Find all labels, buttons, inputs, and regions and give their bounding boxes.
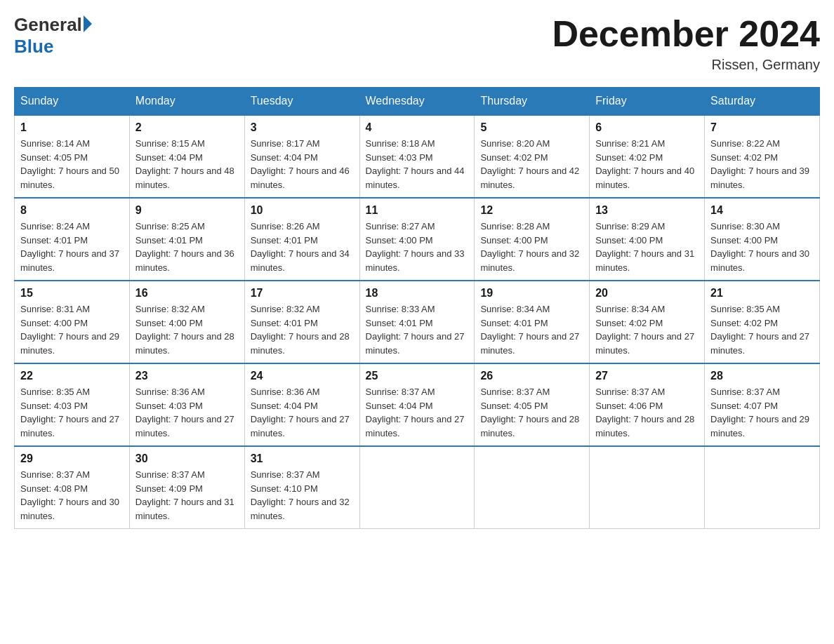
day-info: Sunrise: 8:17 AMSunset: 4:04 PMDaylight:… [251,137,354,192]
logo-blue-text: Blue [14,36,53,58]
logo-triangle-icon [84,15,92,32]
day-number: 6 [595,121,699,134]
day-number: 18 [366,287,469,300]
day-info: Sunrise: 8:30 AMSunset: 4:00 PMDaylight:… [710,220,814,274]
calendar-cell: 16Sunrise: 8:32 AMSunset: 4:00 PMDayligh… [129,281,244,363]
day-info: Sunrise: 8:34 AMSunset: 4:01 PMDaylight:… [480,302,583,357]
day-number: 27 [595,370,699,382]
week-row-1: 1Sunrise: 8:14 AMSunset: 4:05 PMDaylight… [15,115,820,198]
day-number: 22 [20,370,124,382]
calendar-cell: 3Sunrise: 8:17 AMSunset: 4:04 PMDaylight… [244,115,359,198]
day-number: 20 [595,287,699,300]
day-info: Sunrise: 8:28 AMSunset: 4:00 PMDaylight:… [480,220,583,274]
day-number: 26 [480,370,583,382]
day-info: Sunrise: 8:36 AMSunset: 4:03 PMDaylight:… [135,385,239,440]
day-info: Sunrise: 8:35 AMSunset: 4:02 PMDaylight:… [710,302,814,357]
calendar-cell: 7Sunrise: 8:22 AMSunset: 4:02 PMDaylight… [705,115,820,198]
day-number: 14 [710,204,814,217]
day-info: Sunrise: 8:37 AMSunset: 4:04 PMDaylight:… [366,385,469,440]
calendar-cell [705,446,820,529]
day-info: Sunrise: 8:21 AMSunset: 4:02 PMDaylight:… [595,137,699,192]
calendar-cell: 25Sunrise: 8:37 AMSunset: 4:04 PMDayligh… [359,363,475,446]
day-number: 10 [251,204,354,217]
calendar-cell: 12Sunrise: 8:28 AMSunset: 4:00 PMDayligh… [475,198,590,281]
weekday-header-thursday: Thursday [475,88,590,116]
calendar-cell: 1Sunrise: 8:14 AMSunset: 4:05 PMDaylight… [15,115,130,198]
day-info: Sunrise: 8:37 AMSunset: 4:08 PMDaylight:… [20,468,124,523]
day-info: Sunrise: 8:29 AMSunset: 4:00 PMDaylight:… [595,220,699,274]
day-number: 31 [251,452,354,465]
calendar-cell [590,446,705,529]
day-info: Sunrise: 8:22 AMSunset: 4:02 PMDaylight:… [710,137,814,192]
calendar-cell [475,446,590,529]
day-info: Sunrise: 8:26 AMSunset: 4:01 PMDaylight:… [251,220,354,274]
day-info: Sunrise: 8:35 AMSunset: 4:03 PMDaylight:… [20,385,124,440]
calendar-cell: 2Sunrise: 8:15 AMSunset: 4:04 PMDaylight… [129,115,244,198]
day-number: 28 [710,370,814,382]
calendar-cell: 11Sunrise: 8:27 AMSunset: 4:00 PMDayligh… [359,198,475,281]
day-number: 11 [366,204,469,217]
day-info: Sunrise: 8:37 AMSunset: 4:10 PMDaylight:… [251,468,354,523]
day-number: 21 [710,287,814,300]
location-text: Rissen, Germany [552,57,820,73]
calendar-cell: 18Sunrise: 8:33 AMSunset: 4:01 PMDayligh… [359,281,475,363]
calendar-cell: 28Sunrise: 8:37 AMSunset: 4:07 PMDayligh… [705,363,820,446]
day-info: Sunrise: 8:24 AMSunset: 4:01 PMDaylight:… [20,220,124,274]
calendar-cell: 30Sunrise: 8:37 AMSunset: 4:09 PMDayligh… [129,446,244,529]
day-number: 16 [135,287,239,300]
weekday-header-wednesday: Wednesday [359,88,475,116]
week-row-3: 15Sunrise: 8:31 AMSunset: 4:00 PMDayligh… [15,281,820,363]
day-number: 5 [480,121,583,134]
week-row-2: 8Sunrise: 8:24 AMSunset: 4:01 PMDaylight… [15,198,820,281]
day-number: 15 [20,287,124,300]
day-info: Sunrise: 8:36 AMSunset: 4:04 PMDaylight:… [251,385,354,440]
calendar-cell: 8Sunrise: 8:24 AMSunset: 4:01 PMDaylight… [15,198,130,281]
month-title: December 2024 [552,14,820,54]
week-row-5: 29Sunrise: 8:37 AMSunset: 4:08 PMDayligh… [15,446,820,529]
calendar-cell: 13Sunrise: 8:29 AMSunset: 4:00 PMDayligh… [590,198,705,281]
calendar-cell [359,446,475,529]
day-info: Sunrise: 8:34 AMSunset: 4:02 PMDaylight:… [595,302,699,357]
logo-general-text: General [14,14,82,36]
day-number: 24 [251,370,354,382]
day-info: Sunrise: 8:32 AMSunset: 4:01 PMDaylight:… [251,302,354,357]
day-info: Sunrise: 8:15 AMSunset: 4:04 PMDaylight:… [135,137,239,192]
day-number: 17 [251,287,354,300]
calendar-cell: 17Sunrise: 8:32 AMSunset: 4:01 PMDayligh… [244,281,359,363]
calendar-cell: 6Sunrise: 8:21 AMSunset: 4:02 PMDaylight… [590,115,705,198]
calendar-cell: 23Sunrise: 8:36 AMSunset: 4:03 PMDayligh… [129,363,244,446]
day-number: 2 [135,121,239,134]
calendar-cell: 26Sunrise: 8:37 AMSunset: 4:05 PMDayligh… [475,363,590,446]
day-number: 3 [251,121,354,134]
day-info: Sunrise: 8:37 AMSunset: 4:09 PMDaylight:… [135,468,239,523]
day-info: Sunrise: 8:37 AMSunset: 4:06 PMDaylight:… [595,385,699,440]
day-number: 7 [710,121,814,134]
weekday-header-friday: Friday [590,88,705,116]
weekday-header-tuesday: Tuesday [244,88,359,116]
calendar-table: SundayMondayTuesdayWednesdayThursdayFrid… [14,87,820,529]
day-number: 23 [135,370,239,382]
day-number: 25 [366,370,469,382]
calendar-cell: 14Sunrise: 8:30 AMSunset: 4:00 PMDayligh… [705,198,820,281]
weekday-header-sunday: Sunday [15,88,130,116]
calendar-cell: 15Sunrise: 8:31 AMSunset: 4:00 PMDayligh… [15,281,130,363]
day-number: 1 [20,121,124,134]
day-number: 29 [20,452,124,465]
day-number: 19 [480,287,583,300]
day-number: 12 [480,204,583,217]
day-info: Sunrise: 8:37 AMSunset: 4:05 PMDaylight:… [480,385,583,440]
weekday-header-monday: Monday [129,88,244,116]
day-number: 30 [135,452,239,465]
weekday-header-row: SundayMondayTuesdayWednesdayThursdayFrid… [15,88,820,116]
day-info: Sunrise: 8:31 AMSunset: 4:00 PMDaylight:… [20,302,124,357]
calendar-cell: 21Sunrise: 8:35 AMSunset: 4:02 PMDayligh… [705,281,820,363]
day-number: 8 [20,204,124,217]
day-info: Sunrise: 8:32 AMSunset: 4:00 PMDaylight:… [135,302,239,357]
calendar-cell: 5Sunrise: 8:20 AMSunset: 4:02 PMDaylight… [475,115,590,198]
calendar-cell: 9Sunrise: 8:25 AMSunset: 4:01 PMDaylight… [129,198,244,281]
day-number: 4 [366,121,469,134]
day-info: Sunrise: 8:20 AMSunset: 4:02 PMDaylight:… [480,137,583,192]
calendar-cell: 19Sunrise: 8:34 AMSunset: 4:01 PMDayligh… [475,281,590,363]
calendar-cell: 4Sunrise: 8:18 AMSunset: 4:03 PMDaylight… [359,115,475,198]
day-number: 9 [135,204,239,217]
